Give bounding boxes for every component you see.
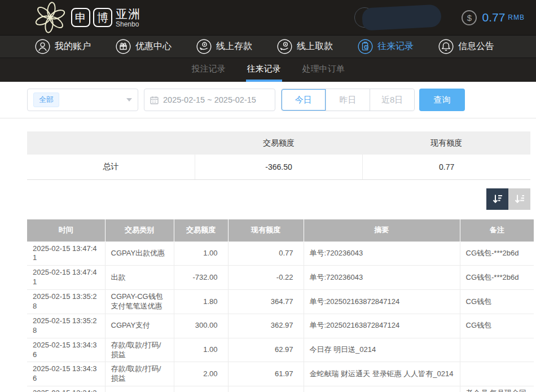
cell-amount: 1.00 — [174, 338, 228, 362]
nav-item-withdraw[interactable]: 线上取款 — [277, 39, 333, 54]
balance-currency: RMB — [508, 14, 525, 21]
cell-summary: 单号:202502163872847124 — [304, 290, 460, 314]
col-amount: 交易额度 — [174, 219, 228, 241]
table-row: 2025-02-15 13:35:28 CGPAY支付 300.00 362.9… — [27, 314, 534, 338]
cell-type: CGPAY支付 — [105, 314, 174, 338]
summary-header-balance: 现有额度 — [363, 131, 530, 155]
calendar-icon — [150, 96, 159, 104]
nav-label: 线上取款 — [297, 41, 333, 52]
sort-descending-button[interactable] — [486, 188, 508, 210]
brand-logo[interactable]: 申 博 亚洲 Shenbo — [34, 2, 140, 33]
tab-transaction-records[interactable]: 往来记录 — [246, 58, 282, 82]
user-icon — [35, 39, 50, 54]
quick-range-group: 今日 昨日 近8日 — [281, 89, 415, 111]
summary-table: 交易额度 现有额度 总计 -366.50 0.77 — [27, 131, 530, 180]
cell-amount: 1.00 — [174, 241, 228, 266]
summary-transaction-total: -366.50 — [195, 155, 363, 179]
cell-balance: 362.97 — [228, 314, 304, 338]
category-select[interactable]: 全部 — [27, 89, 138, 111]
col-type: 交易类别 — [105, 219, 174, 241]
logo-region-text: 亚洲 — [116, 8, 140, 20]
cell-type: 出款 — [105, 266, 174, 290]
main-nav: 我的账户 优惠中心 线上存款 线上 — [0, 35, 536, 58]
cell-summary: 金蛇献瑞 财运通天 登录钜惠 人人皆有_0214 — [304, 362, 460, 386]
bell-icon — [438, 39, 454, 54]
cell-amount: 58.00 — [174, 386, 228, 392]
nav-label: 线上存款 — [216, 41, 252, 52]
table-row: 2025-02-15 13:35:28 CGPAY-CG钱包支付笔笔送优惠 1.… — [27, 290, 534, 314]
cell-balance: -0.22 — [228, 266, 304, 290]
cell-balance: 59.97 — [228, 386, 304, 392]
cell-balance: 0.77 — [228, 241, 304, 266]
summary-header-row: 交易额度 现有额度 — [27, 131, 530, 155]
deposit-icon — [196, 39, 212, 54]
nav-item-transaction-records[interactable]: 往来记录 — [358, 39, 414, 54]
nav-item-promotions[interactable]: 优惠中心 — [116, 39, 172, 54]
cell-type: CGPAY-CG钱包支付笔笔送优惠 — [105, 290, 174, 314]
cell-type: 存款/取款/打码/损益 — [105, 362, 174, 386]
logo-subtitle: Shenbo — [116, 21, 140, 28]
range-today-button[interactable]: 今日 — [282, 89, 326, 111]
records-header-row: 时间 交易类别 交易额度 现有额度 摘要 备注 — [27, 219, 534, 241]
balance-amount: 0.77 — [482, 11, 505, 24]
cell-summary — [304, 386, 460, 392]
range-last8days-button[interactable]: 近8日 — [370, 89, 414, 111]
sort-descending-icon — [491, 193, 504, 205]
dollar-circle-icon: $ — [462, 10, 477, 25]
filter-bar: 全部 2025-02-15 ~ 2025-02-15 今日 昨日 近8日 查询 — [0, 82, 536, 118]
table-row: 2025-02-15 13:34:36 存款/取款/打码/损益 1.00 62.… — [27, 338, 534, 362]
nav-label: 信息公告 — [458, 41, 494, 52]
category-selected-chip[interactable]: 全部 — [33, 93, 59, 107]
col-balance: 现有额度 — [228, 219, 304, 241]
col-note: 备注 — [460, 219, 534, 241]
cell-amount: 1.80 — [174, 290, 228, 314]
chevron-down-icon — [126, 98, 132, 102]
cell-note: CG钱包 — [460, 314, 534, 338]
cell-summary: 单号:720236043 — [304, 266, 460, 290]
nav-item-announcements[interactable]: 信息公告 — [438, 39, 494, 54]
logo-char-shen: 申 — [71, 8, 90, 27]
nav-item-deposit[interactable]: 线上存款 — [196, 39, 252, 54]
cell-time: 2025-02-15 13:35:28 — [27, 314, 105, 338]
cell-note — [460, 362, 534, 386]
cell-summary: 今日存 明日送_0214 — [304, 338, 460, 362]
cell-time: 2025-02-15 13:34:36 — [27, 362, 105, 386]
records-table: 时间 交易类别 交易额度 现有额度 摘要 备注 2025-02-15 13:47… — [27, 219, 534, 392]
nav-label: 优惠中心 — [135, 41, 172, 52]
col-time: 时间 — [27, 219, 105, 241]
date-range-input[interactable]: 2025-02-15 ~ 2025-02-15 — [144, 89, 275, 111]
withdraw-icon — [277, 39, 292, 54]
cell-amount: 300.00 — [174, 314, 228, 338]
cell-note — [460, 338, 534, 362]
summary-total-label: 总计 — [27, 155, 195, 179]
sort-ascending-button[interactable] — [508, 188, 530, 210]
query-button[interactable]: 查询 — [419, 89, 465, 111]
cell-balance: 364.77 — [228, 290, 304, 314]
summary-header-transaction: 交易额度 — [195, 131, 362, 155]
cell-time: 2025-02-15 13:35:28 — [27, 290, 105, 314]
cell-time: 2025-02-15 13:34:36 — [27, 338, 105, 362]
cell-time: 2025-02-15 13:47:41 — [27, 266, 105, 290]
nav-label: 我的账户 — [55, 41, 91, 52]
summary-header-blank — [27, 131, 195, 155]
redaction-blob — [362, 4, 442, 30]
cell-type: 活动优惠 — [105, 386, 174, 392]
cell-note: 老会员 每月现金回馈 — [460, 386, 534, 392]
col-summary: 摘要 — [304, 219, 460, 241]
range-yesterday-button[interactable]: 昨日 — [326, 89, 370, 111]
tab-pending-orders[interactable]: 处理中订单 — [301, 58, 346, 82]
tab-betting-records[interactable]: 投注记录 — [191, 58, 227, 82]
cell-balance: 62.97 — [228, 338, 304, 362]
record-subtabs: 投注记录 往来记录 处理中订单 — [0, 58, 536, 82]
nav-label: 往来记录 — [377, 41, 414, 52]
sort-controls-row — [0, 188, 536, 210]
cell-note: CG钱包 — [460, 290, 534, 314]
table-row: 2025-02-15 13:34:33 活动优惠 58.00 59.97 老会员… — [27, 386, 534, 392]
cell-balance: 61.97 — [228, 362, 304, 386]
nav-item-my-account[interactable]: 我的账户 — [35, 39, 91, 54]
table-row: 2025-02-15 13:47:41 出款 -732.00 -0.22 单号:… — [27, 266, 534, 290]
cell-note: CG钱包-***2b6d — [460, 266, 534, 290]
top-header: 申 博 亚洲 Shenbo $ 0.77 RMB — [0, 0, 536, 35]
flower-logo-icon — [34, 2, 67, 33]
cell-time: 2025-02-15 13:47:41 — [27, 241, 105, 266]
